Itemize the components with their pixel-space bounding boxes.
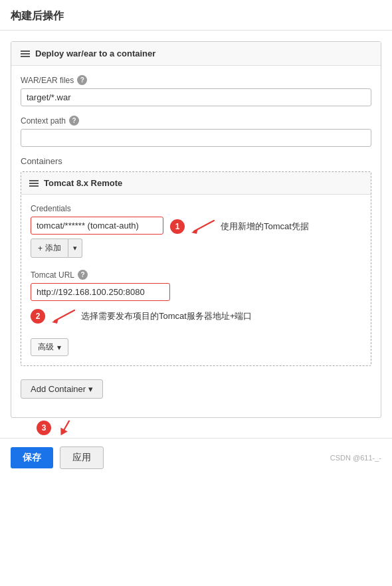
advanced-label: 高级	[38, 342, 54, 353]
container-drag-handle-icon[interactable]	[29, 180, 39, 187]
credentials-input[interactable]	[31, 217, 163, 235]
add-container-label: Add Container	[31, 384, 86, 394]
page-title: 构建后操作	[0, 0, 392, 31]
context-path-input[interactable]	[21, 129, 371, 147]
deploy-section-header: Deploy war/ear to a container	[11, 42, 381, 66]
containers-section: Containers Tomcat 8.x Remote Credentials	[21, 156, 371, 399]
credentials-field-row: Credentials + 添加	[31, 204, 361, 258]
annotation-3-arrow	[52, 415, 78, 440]
context-path-label: Context path ?	[21, 116, 371, 126]
annotation-2-arrow	[50, 309, 76, 324]
annotation-1-badge: 1	[170, 219, 185, 234]
context-path-field-row: Context path ?	[21, 116, 371, 147]
add-button[interactable]: + 添加	[31, 239, 68, 258]
war-ear-input[interactable]	[21, 88, 371, 106]
containers-label: Containers	[21, 156, 371, 166]
context-path-help-icon[interactable]: ?	[69, 116, 79, 126]
advanced-section: 高级 ▾	[31, 333, 361, 356]
drag-handle-icon[interactable]	[21, 50, 30, 57]
deploy-section: Deploy war/ear to a container WAR/EAR fi…	[11, 41, 381, 418]
container-header: Tomcat 8.x Remote	[21, 172, 371, 195]
svg-marker-1	[191, 229, 198, 234]
tomcat-url-help-icon[interactable]: ?	[78, 270, 88, 280]
annotation-2-text: 选择需要发布项目的Tomcat服务器地址+端口	[81, 310, 252, 322]
footer-text: CSDN @611-_-	[330, 454, 381, 462]
credentials-label: Credentials	[31, 204, 361, 213]
war-ear-help-icon[interactable]: ?	[77, 75, 87, 85]
annotation-2-badge: 2	[31, 309, 45, 324]
annotation-1-text: 使用新增的Tomcat凭据	[221, 221, 309, 233]
tomcat-url-input[interactable]	[31, 283, 170, 301]
add-container-button[interactable]: Add Container ▾	[21, 379, 103, 399]
save-button[interactable]: 保存	[11, 447, 53, 468]
apply-button[interactable]: 应用	[60, 446, 104, 469]
war-ear-label: WAR/EAR files ?	[21, 75, 371, 85]
svg-marker-3	[52, 318, 58, 324]
container-card: Tomcat 8.x Remote Credentials	[21, 171, 371, 366]
deploy-section-title: Deploy war/ear to a container	[35, 49, 155, 58]
plus-icon: +	[38, 244, 43, 253]
tomcat-url-field-row: Tomcat URL ? 2	[31, 270, 361, 324]
bottom-bar: 3 保存 应用 CSDN @611-_-	[0, 438, 392, 477]
war-ear-field-row: WAR/EAR files ?	[21, 75, 371, 106]
container-title: Tomcat 8.x Remote	[44, 178, 122, 188]
advanced-button[interactable]: 高级 ▾	[31, 338, 68, 356]
chevron-down-icon: ▾	[57, 343, 61, 352]
add-container-dropdown-icon: ▾	[88, 384, 93, 394]
svg-marker-5	[57, 428, 67, 438]
annotation-1-arrow	[190, 219, 215, 234]
tomcat-url-label: Tomcat URL ?	[31, 270, 361, 280]
annotation-3-badge: 3	[37, 421, 51, 435]
add-dropdown-button[interactable]: ▾	[68, 239, 82, 258]
